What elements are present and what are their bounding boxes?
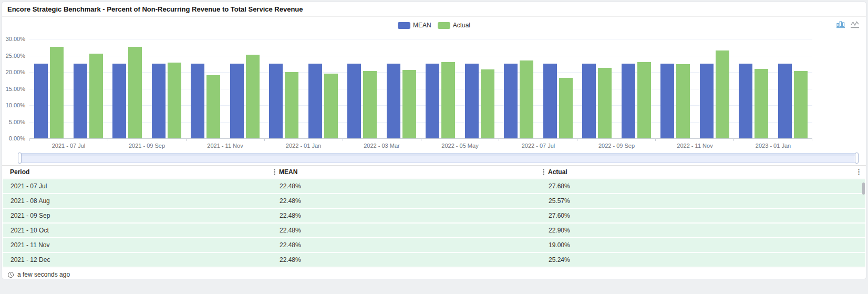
- bar-group: [108, 39, 147, 138]
- table-row[interactable]: 2021 - 07 Jul22.48%27.68%: [3, 179, 865, 193]
- table-row[interactable]: 2021 - 08 Aug22.48%25.57%: [3, 194, 865, 208]
- title-bar: Encore Strategic Benchmark - Percent of …: [2, 2, 866, 17]
- table-row[interactable]: 2021 - 11 Nov22.48%19.00%: [3, 238, 865, 252]
- bar-mean[interactable]: [778, 64, 792, 138]
- cell-actual: 25.24%: [541, 256, 865, 263]
- chart-toolbox: [836, 19, 860, 29]
- table-row[interactable]: 2021 - 10 Oct22.48%22.90%: [3, 224, 865, 237]
- bar-chart-type-icon[interactable]: [836, 19, 845, 29]
- x-tick-label: 2021 - 09 Sep: [108, 143, 186, 149]
- bar-mean[interactable]: [34, 64, 48, 138]
- x-tick: [108, 139, 186, 141]
- column-header-actual[interactable]: Actual: [548, 168, 567, 176]
- column-header-mean[interactable]: MEAN: [279, 168, 297, 176]
- bar-group: [734, 39, 773, 138]
- cell-mean: 22.48%: [272, 256, 541, 263]
- x-tick-label: 2022 - 11 Nov: [656, 143, 734, 149]
- column-header-period[interactable]: Period: [2, 168, 271, 176]
- cell-mean: 22.48%: [272, 241, 541, 249]
- bar-group: [264, 39, 304, 138]
- legend: MEANActual: [2, 22, 866, 29]
- bar-actual[interactable]: [324, 74, 338, 138]
- bar-actual[interactable]: [285, 72, 298, 138]
- bar-actual[interactable]: [481, 69, 494, 138]
- bar-group: [186, 39, 225, 138]
- x-tick-label: 2022 - 01 Jan: [264, 143, 343, 149]
- bar-mean[interactable]: [112, 64, 126, 138]
- table-row[interactable]: 2021 - 09 Sep22.48%27.60%: [3, 209, 865, 222]
- cell-period: 2021 - 10 Oct: [3, 227, 272, 234]
- bar-group: [460, 39, 500, 138]
- bar-actual[interactable]: [676, 64, 690, 138]
- cell-mean: 22.48%: [272, 183, 541, 190]
- bar-actual[interactable]: [168, 63, 181, 138]
- zoom-range-slider[interactable]: [18, 153, 859, 163]
- bar-mean[interactable]: [347, 64, 361, 138]
- legend-swatch: [398, 22, 410, 29]
- column-menu-icon[interactable]: ⋮: [271, 168, 276, 175]
- bar-actual[interactable]: [520, 60, 533, 138]
- bar-mean[interactable]: [582, 64, 596, 138]
- x-tick-label: 2022 - 03 Mar: [343, 143, 421, 149]
- bar-mean[interactable]: [230, 64, 244, 138]
- y-axis-labels: 30.00%25.00%20.00%15.00%10.00%5.00%0.00%: [2, 39, 25, 138]
- bar-mean[interactable]: [660, 64, 674, 138]
- clock-icon: [7, 271, 14, 278]
- bar-mean[interactable]: [465, 64, 479, 138]
- bar-actual[interactable]: [246, 55, 260, 138]
- cell-mean: 22.48%: [272, 227, 541, 234]
- slider-right-handle[interactable]: [855, 153, 859, 164]
- cell-mean: 22.48%: [272, 197, 541, 205]
- bar-mean[interactable]: [191, 64, 204, 138]
- bar-mean[interactable]: [308, 64, 322, 138]
- bar-mean[interactable]: [426, 64, 439, 138]
- cell-actual: 19.00%: [541, 241, 865, 249]
- x-tick-label: 2022 - 09 Sep: [577, 143, 656, 149]
- x-tick-label: 2021 - 11 Nov: [186, 143, 264, 149]
- bar-actual[interactable]: [363, 71, 377, 139]
- bar-actual[interactable]: [402, 70, 416, 138]
- y-tick-label: 10.00%: [6, 102, 25, 108]
- slider-left-handle[interactable]: [18, 153, 22, 164]
- bar-group: [539, 39, 578, 138]
- bar-mean[interactable]: [739, 64, 752, 138]
- bar-mean[interactable]: [504, 64, 518, 138]
- bar-actual[interactable]: [794, 71, 808, 139]
- bar-mean[interactable]: [152, 64, 166, 138]
- bar-group: [617, 39, 656, 138]
- bar-mean[interactable]: [387, 64, 400, 138]
- bar-actual[interactable]: [598, 68, 612, 138]
- bar-actual[interactable]: [755, 69, 768, 138]
- bar-mean[interactable]: [543, 64, 557, 138]
- bar-group: [773, 39, 813, 138]
- cell-mean: 22.48%: [272, 212, 541, 219]
- column-menu-icon[interactable]: ⋮: [540, 168, 545, 175]
- bar-actual[interactable]: [559, 78, 573, 138]
- bar-actual[interactable]: [206, 75, 220, 138]
- y-tick-label: 20.00%: [6, 69, 25, 75]
- legend-label: Actual: [453, 22, 470, 29]
- last-updated-text: a few seconds ago: [17, 271, 70, 278]
- bar-group: [147, 39, 187, 138]
- bar-actual[interactable]: [637, 62, 651, 139]
- bar-mean[interactable]: [269, 64, 283, 138]
- bar-actual[interactable]: [128, 47, 142, 138]
- bar-actual[interactable]: [441, 62, 455, 138]
- bar-actual[interactable]: [716, 50, 729, 138]
- bar-mean[interactable]: [622, 64, 635, 138]
- bar-mean[interactable]: [700, 64, 714, 138]
- bar-mean[interactable]: [74, 64, 87, 138]
- table-menu-icon[interactable]: ⋮: [855, 168, 861, 175]
- x-tick-label: 2022 - 07 Jul: [499, 143, 577, 149]
- bar-group: [69, 39, 108, 138]
- table-scrollbar[interactable]: [862, 183, 865, 195]
- x-tick: [577, 139, 655, 141]
- bar-actual[interactable]: [50, 47, 64, 138]
- line-chart-type-icon[interactable]: [850, 19, 860, 29]
- table-row[interactable]: 2021 - 12 Dec22.48%25.24%: [3, 253, 865, 267]
- bar-actual[interactable]: [89, 54, 103, 138]
- y-tick-label: 5.00%: [9, 119, 25, 125]
- legend-item-mean[interactable]: MEAN: [398, 22, 431, 29]
- legend-item-actual[interactable]: Actual: [438, 22, 470, 29]
- bar-group: [382, 39, 421, 138]
